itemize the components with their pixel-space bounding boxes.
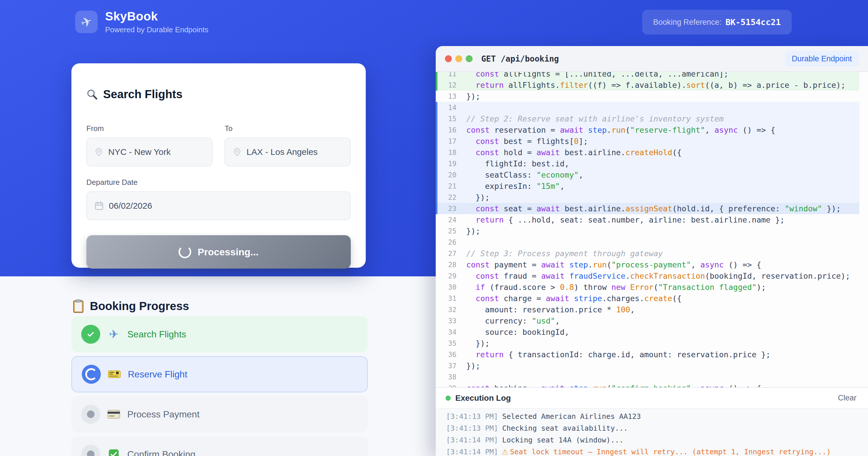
execution-log-panel: Execution Log Clear [3:41:13 PM]Selected… xyxy=(436,387,868,456)
code-lines: 11 const allFlights = [...united, ...del… xyxy=(436,72,859,387)
line-number: 22 xyxy=(437,193,457,201)
booking-reference-label: Booking Reference: xyxy=(653,18,721,27)
line-number: 35 xyxy=(437,339,457,348)
line-number: 16 xyxy=(437,126,457,134)
line-number: 26 xyxy=(437,238,457,247)
booking-reference-badge: Booking Reference: BK-5154cc21 xyxy=(642,10,792,35)
code-line-24: 24 return { ...hold, seat: seat.number, … xyxy=(436,214,859,225)
log-message: Checking seat availability... xyxy=(502,424,628,432)
editor-header: GET /api/booking Durable Endpoint xyxy=(436,46,868,72)
line-number: 38 xyxy=(437,373,457,381)
code-line-26: 26 xyxy=(436,237,859,248)
line-number: 23 xyxy=(437,205,457,213)
code-line-39: 39const booking = await step.run("confir… xyxy=(436,383,859,387)
execution-log-entries: [3:41:13 PM]Selected American Airlines A… xyxy=(436,409,868,456)
step-label: Search Flights xyxy=(127,329,186,340)
line-number: 13 xyxy=(437,92,457,100)
code-line-16: 16const reservation = await step.run("re… xyxy=(436,124,859,136)
line-number: 39 xyxy=(437,384,457,388)
log-message: Seat lock timeout – Inngest will retry..… xyxy=(510,448,831,456)
log-timestamp: [3:41:14 PM] xyxy=(446,436,498,444)
step-pending-circle xyxy=(81,445,100,456)
card-icon xyxy=(107,410,120,419)
window-maximize-icon xyxy=(466,55,473,62)
line-number: 28 xyxy=(437,261,457,269)
calendar-icon xyxy=(94,201,104,210)
line-number: 24 xyxy=(437,216,457,224)
line-number: 21 xyxy=(437,182,457,190)
line-number: 15 xyxy=(437,115,457,123)
search-submit-button[interactable]: Processing... xyxy=(86,235,351,269)
code-line-27: 27// Step 3: Process payment through gat… xyxy=(436,248,859,259)
code-line-33: 33 currency: "usd", xyxy=(436,315,859,326)
line-number: 29 xyxy=(437,272,457,280)
line-number: 18 xyxy=(437,149,457,157)
to-value: LAX - Los Angeles xyxy=(247,147,318,157)
step-active-spinner-icon xyxy=(82,365,101,384)
step-label: Confirm Booking xyxy=(127,449,195,456)
execution-log-title: Execution Log xyxy=(455,394,511,403)
progress-step-process-payment: Process Payment xyxy=(71,396,368,432)
code-line-11: 11 const allFlights = [...united, ...del… xyxy=(436,72,859,79)
code-line-12: 12 return allFlights.filter((f) => f.ava… xyxy=(436,79,859,91)
departure-date-input[interactable]: 06/02/2026 xyxy=(86,191,351,220)
code-line-23: 23 const seat = await best.airline.assig… xyxy=(436,203,859,214)
line-number: 14 xyxy=(437,104,457,112)
app-header: ✈ SkyBook Powered by Durable Endpoints xyxy=(75,9,208,34)
code-line-25: 25}); xyxy=(436,225,859,237)
to-input[interactable]: LAX - Los Angeles xyxy=(225,138,351,166)
line-number: 12 xyxy=(437,81,457,89)
line-number: 37 xyxy=(437,362,457,370)
departure-date-value: 06/02/2026 xyxy=(109,201,152,211)
app-title-block: SkyBook Powered by Durable Endpoints xyxy=(105,9,208,34)
log-timestamp: [3:41:13 PM] xyxy=(446,424,498,432)
code-editor-panel: GET /api/booking Durable Endpoint 11 con… xyxy=(436,46,868,456)
clipboard-icon xyxy=(72,299,84,313)
app-title: SkyBook xyxy=(105,9,208,23)
pin-icon xyxy=(233,148,241,156)
log-entry: [3:41:13 PM]Selected American Airlines A… xyxy=(446,411,868,422)
search-card-title: Search Flights xyxy=(103,88,183,101)
log-message: Locking seat 14A (window)... xyxy=(502,436,623,444)
booking-progress-title: Booking Progress xyxy=(90,300,189,313)
from-input[interactable]: NYC - New York xyxy=(86,138,213,166)
code-line-13: 13}); xyxy=(436,91,859,102)
log-timestamp: [3:41:13 PM] xyxy=(446,412,498,421)
log-message: Selected American Airlines AA123 xyxy=(502,412,641,421)
departure-date-label: Departure Date xyxy=(86,178,351,187)
code-line-19: 19 flightId: best.id, xyxy=(436,158,859,169)
step-done-check-icon xyxy=(81,325,100,344)
code-viewport[interactable]: 11 const allFlights = [...united, ...del… xyxy=(436,72,868,387)
line-number: 32 xyxy=(437,306,457,314)
date-field-block: Departure Date 06/02/2026 xyxy=(86,178,351,220)
step-label: Process Payment xyxy=(127,409,199,420)
from-field-block: From NYC - New York xyxy=(86,124,213,166)
booking-progress-steps: ✈Search FlightsReserve FlightProcess Pay… xyxy=(71,316,368,456)
code-line-22: 22 }); xyxy=(436,192,859,203)
line-number: 34 xyxy=(437,328,457,336)
plane-logo-icon: ✈ xyxy=(79,13,94,31)
line-number: 33 xyxy=(437,317,457,325)
log-timestamp: [3:41:14 PM] xyxy=(446,448,498,456)
line-number: 27 xyxy=(437,250,457,258)
pin-icon xyxy=(94,148,103,156)
code-line-32: 32 amount: reservation.price * 100, xyxy=(436,304,859,315)
code-line-18: 18 const hold = await best.airline.creat… xyxy=(436,147,859,158)
code-line-28: 28const payment = await step.run("proces… xyxy=(436,259,859,270)
progress-step-reserve-flight: Reserve Flight xyxy=(71,356,368,392)
code-line-17: 17 const best = flights[0]; xyxy=(436,136,859,147)
code-line-30: 30 if (fraud.score > 0.8) throw new Erro… xyxy=(436,282,859,293)
code-line-29: 29 const fraud = await fraudService.chec… xyxy=(436,270,859,282)
from-value: NYC - New York xyxy=(108,147,171,157)
progress-step-search-flights: ✈Search Flights xyxy=(71,316,368,352)
plane-icon: ✈ xyxy=(107,328,120,341)
to-field-block: To LAX - Los Angeles xyxy=(225,124,351,166)
clear-log-button[interactable]: Clear xyxy=(836,393,858,403)
code-line-20: 20 seatClass: "economy", xyxy=(436,169,859,181)
line-number: 31 xyxy=(437,294,457,302)
search-icon xyxy=(86,89,98,100)
warning-icon: ⚠ xyxy=(502,448,508,456)
window-minimize-icon xyxy=(455,55,462,62)
line-number: 30 xyxy=(437,283,457,291)
line-number: 11 xyxy=(437,72,457,78)
